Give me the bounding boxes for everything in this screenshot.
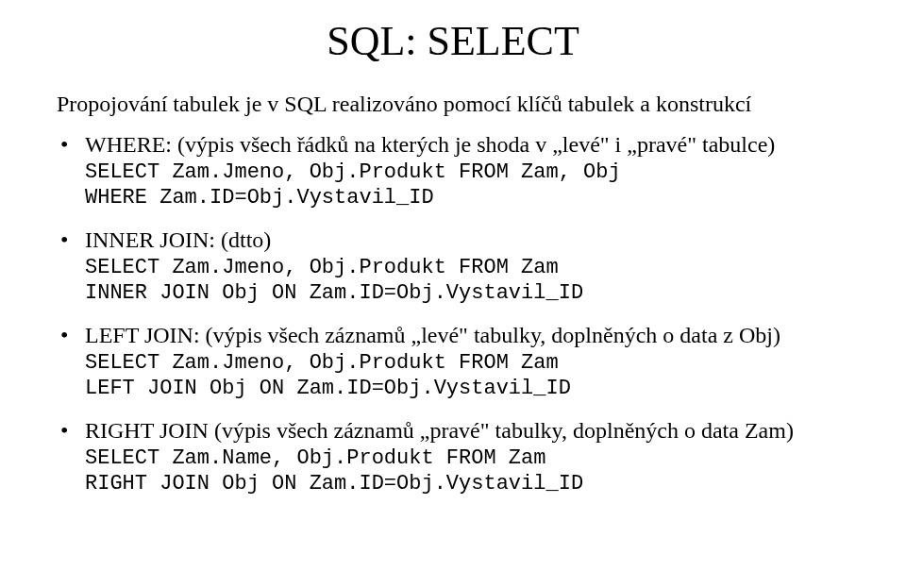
list-item: RIGHT JOIN (výpis všech záznamů „pravé" … [85, 417, 849, 497]
item-description: INNER JOIN: (dtto) [85, 227, 849, 254]
item-code: SELECT Zam.Jmeno, Obj.Produkt FROM Zam, … [85, 160, 849, 211]
item-code: SELECT Zam.Name, Obj.Produkt FROM Zam RI… [85, 446, 849, 497]
item-code: SELECT Zam.Jmeno, Obj.Produkt FROM Zam L… [85, 351, 849, 402]
item-description: RIGHT JOIN (výpis všech záznamů „pravé" … [85, 417, 849, 445]
page-title: SQL: SELECT [57, 17, 849, 65]
item-description: WHERE: (výpis všech řádků na kterých je … [85, 131, 849, 159]
list-item: INNER JOIN: (dtto) SELECT Zam.Jmeno, Obj… [85, 227, 849, 307]
bullet-list: WHERE: (výpis všech řádků na kterých je … [57, 131, 849, 497]
slide: SQL: SELECT Propojování tabulek je v SQL… [0, 0, 906, 588]
list-item: LEFT JOIN: (výpis všech záznamů „levé" t… [85, 322, 849, 402]
intro-text: Propojování tabulek je v SQL realizováno… [57, 90, 849, 118]
item-code: SELECT Zam.Jmeno, Obj.Produkt FROM Zam I… [85, 256, 849, 307]
item-description: LEFT JOIN: (výpis všech záznamů „levé" t… [85, 322, 849, 349]
list-item: WHERE: (výpis všech řádků na kterých je … [85, 131, 849, 211]
